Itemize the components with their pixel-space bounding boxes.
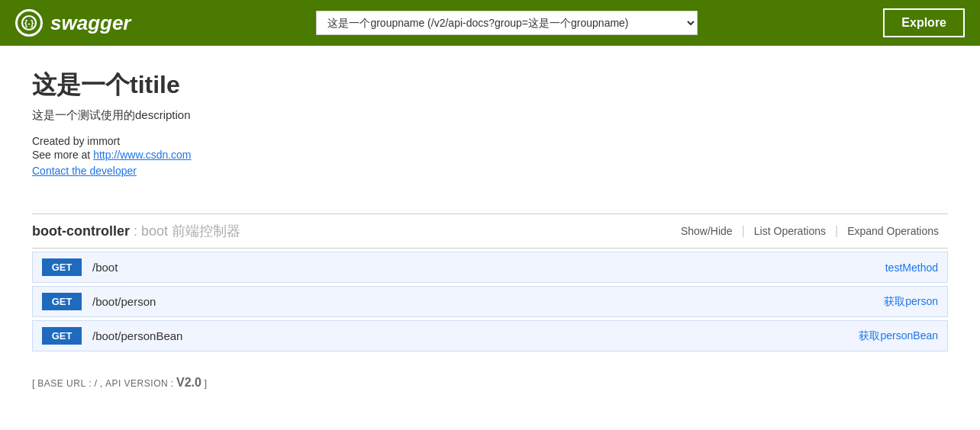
controller-actions: Show/Hide | List Operations | Expand Ope… bbox=[672, 224, 948, 238]
api-version-label: API VERSION bbox=[105, 378, 168, 389]
controller-header: boot-controller : boot 前端控制器 Show/Hide |… bbox=[32, 213, 948, 249]
page-description: 这是一个测试使用的description bbox=[32, 108, 948, 123]
api-desc-2: 获取personBean bbox=[859, 329, 938, 343]
base-url-label: BASE URL bbox=[37, 378, 85, 389]
show-hide-action[interactable]: Show/Hide bbox=[672, 225, 742, 237]
contact-developer-link[interactable]: Contact the developer bbox=[32, 165, 137, 177]
method-badge-2: GET bbox=[42, 327, 82, 345]
api-row[interactable]: GET /boot/person 获取person bbox=[32, 286, 948, 317]
controller-subtitle: : boot 前端控制器 bbox=[134, 223, 240, 239]
api-path-2: /boot/personBean bbox=[92, 329, 859, 342]
api-desc-0: testMethod bbox=[885, 262, 938, 274]
method-badge-0: GET bbox=[42, 258, 82, 276]
page-title: 这是一个titile bbox=[32, 69, 948, 102]
api-version-value: V2.0 bbox=[176, 376, 201, 389]
api-row[interactable]: GET /boot testMethod bbox=[32, 252, 948, 283]
controller-title: boot-controller : boot 前端控制器 bbox=[32, 222, 240, 240]
see-more: See more at http://www.csdn.com bbox=[32, 149, 948, 161]
footer-colon-2: : bbox=[171, 377, 176, 389]
swagger-icon: {-} bbox=[15, 9, 43, 37]
base-url-value: / bbox=[94, 377, 97, 389]
expand-operations-action[interactable]: Expand Operations bbox=[838, 225, 948, 237]
main-content: 这是一个titile 这是一个测试使用的description Created … bbox=[17, 46, 963, 405]
footer: [ BASE URL : / , API VERSION : V2.0 ] bbox=[32, 367, 948, 390]
api-row[interactable]: GET /boot/personBean 获取personBean bbox=[32, 320, 948, 351]
controller-name: boot-controller bbox=[32, 223, 130, 239]
logo: {-} swagger bbox=[15, 9, 131, 37]
controller-section: boot-controller : boot 前端控制器 Show/Hide |… bbox=[32, 213, 948, 351]
api-selector-wrapper: 这是一个groupname (/v2/api-docs?group=这是一个gr… bbox=[147, 11, 869, 35]
see-more-link[interactable]: http://www.csdn.com bbox=[93, 149, 191, 161]
list-operations-action[interactable]: List Operations bbox=[745, 225, 835, 237]
explore-button[interactable]: Explore bbox=[883, 8, 965, 37]
api-path-1: /boot/person bbox=[92, 295, 884, 308]
method-badge-1: GET bbox=[42, 293, 82, 310]
header: {-} swagger 这是一个groupname (/v2/api-docs?… bbox=[0, 0, 980, 46]
footer-bracket-close: ] bbox=[205, 377, 208, 389]
svg-text:{-}: {-} bbox=[24, 18, 34, 27]
see-more-text: See more at bbox=[32, 149, 90, 161]
footer-comma: , bbox=[100, 377, 105, 389]
api-path-0: /boot bbox=[92, 261, 885, 274]
api-group-select[interactable]: 这是一个groupname (/v2/api-docs?group=这是一个gr… bbox=[316, 11, 698, 35]
swagger-logo-text: swagger bbox=[50, 11, 131, 35]
api-desc-1: 获取person bbox=[884, 295, 938, 309]
created-by: Created by immort bbox=[32, 135, 948, 147]
